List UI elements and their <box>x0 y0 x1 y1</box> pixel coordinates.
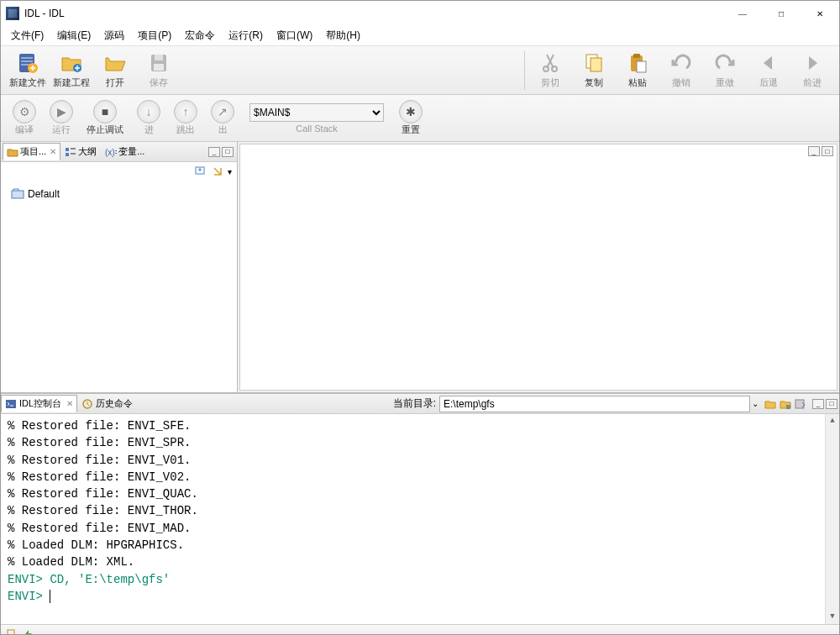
forward-button[interactable]: 前进 <box>790 50 834 91</box>
editor-minimize-icon[interactable]: _ <box>808 146 820 156</box>
menu-file[interactable]: 文件(F) <box>4 27 50 45</box>
tab-variables[interactable]: (x)= 变量... <box>101 143 149 160</box>
panel-maximize-icon[interactable]: □ <box>222 147 234 157</box>
svg-rect-24 <box>8 630 14 636</box>
save-label: 保存 <box>150 76 168 89</box>
statusbar <box>1 624 839 635</box>
console-line: % Restored file: ENVI_QUAC. <box>8 485 832 502</box>
back-icon <box>757 51 780 75</box>
menu-help[interactable]: 帮助(H) <box>319 27 367 45</box>
tab-console-close-icon[interactable]: ✕ <box>66 399 73 408</box>
console-minimize-icon[interactable]: _ <box>812 399 824 409</box>
menu-source[interactable]: 源码 <box>97 27 131 45</box>
redo-button[interactable]: 重做 <box>703 50 747 91</box>
stop-icon: ■ <box>93 100 117 123</box>
view-menu-icon[interactable]: ▾ <box>228 167 232 176</box>
run-button[interactable]: ▶ 运行 <box>43 98 80 138</box>
menu-macros[interactable]: 宏命令 <box>178 27 222 45</box>
step-over-button[interactable]: ↗ 出 <box>204 98 241 138</box>
sync-folder-icon[interactable] <box>794 397 807 411</box>
cut-button[interactable]: 剪切 <box>528 50 572 91</box>
current-dir-input[interactable] <box>439 396 750 412</box>
svg-rect-22 <box>786 405 790 409</box>
status-icon-1[interactable] <box>6 628 18 636</box>
outline-icon <box>65 146 76 158</box>
paste-label: 粘贴 <box>628 76 647 89</box>
close-button[interactable]: ✕ <box>801 1 839 26</box>
tab-console[interactable]: IDL控制台 ✕ <box>1 395 77 412</box>
panel-minimize-icon[interactable]: _ <box>208 147 220 157</box>
console-output[interactable]: % Restored file: ENVI_SFE.% Restored fil… <box>1 414 839 624</box>
maximize-button[interactable]: □ <box>762 1 801 26</box>
main-toolbar: 新建文件 新建工程 打开 保存 剪切 复制 粘贴 <box>1 46 839 95</box>
cut-icon <box>538 51 562 75</box>
compile-button[interactable]: ⚙ 编译 <box>6 98 43 138</box>
dir-dropdown-icon[interactable]: ⌄ <box>750 399 760 408</box>
tree-root-item[interactable]: Default <box>9 186 228 202</box>
bottom-panel-header: IDL控制台 ✕ 历史命令 当前目录: ⌄ _ □ <box>1 394 839 414</box>
link-editor-icon[interactable] <box>211 165 224 178</box>
console-line: % Loaded DLM: HPGRAPHICS. <box>8 537 832 554</box>
paste-button[interactable]: 粘贴 <box>616 50 659 91</box>
console-line: % Restored file: ENVI_SFE. <box>8 417 832 434</box>
open-button[interactable]: 打开 <box>93 50 137 91</box>
console-cursor <box>50 590 57 603</box>
menu-window[interactable]: 窗口(W) <box>270 27 319 45</box>
stop-debug-button[interactable]: ■ 停止调试 <box>80 98 130 138</box>
call-stack-select[interactable]: $MAIN$ <box>249 103 384 122</box>
console-icon <box>5 398 17 410</box>
new-file-icon <box>16 51 39 75</box>
copy-button[interactable]: 复制 <box>572 50 616 91</box>
scroll-up-icon[interactable]: ▲ <box>826 414 839 428</box>
tab-project[interactable]: 项目... ✕ <box>3 143 60 160</box>
console-prompt-command: ENVI> CD, 'E:\temp\gfs' <box>8 571 832 588</box>
console-scrollbar[interactable]: ▲ ▼ <box>825 414 839 624</box>
browse-folder-icon[interactable] <box>764 397 777 411</box>
svg-rect-20 <box>6 400 16 408</box>
svg-rect-14 <box>66 153 69 156</box>
play-icon: ▶ <box>50 100 73 123</box>
scroll-down-icon[interactable]: ▼ <box>826 610 839 624</box>
svg-rect-5 <box>154 64 164 71</box>
tab-history[interactable]: 历史命令 <box>77 395 137 412</box>
menu-run[interactable]: 运行(R) <box>222 27 270 45</box>
left-panel: 项目... ✕ 大纲 (x)= 变量... _ □ ▾ De <box>1 142 238 392</box>
minimize-button[interactable]: — <box>723 1 762 26</box>
debug-toolbar: ⚙ 编译 ▶ 运行 ■ 停止调试 ↓ 进 ↑ 跳出 ↗ 出 $MAIN$ Cal… <box>1 95 839 142</box>
new-project-icon <box>60 51 83 75</box>
project-icon <box>11 187 24 201</box>
tab-outline[interactable]: 大纲 <box>60 143 101 160</box>
back-label: 后退 <box>759 76 778 89</box>
current-dir-label: 当前目录: <box>393 396 439 411</box>
svg-text:(x)=: (x)= <box>105 148 117 157</box>
forward-icon <box>801 51 824 75</box>
menu-edit[interactable]: 编辑(E) <box>50 27 97 45</box>
gear-icon: ⚙ <box>13 100 36 123</box>
call-stack-group: $MAIN$ Call Stack <box>249 103 384 134</box>
console-maximize-icon[interactable]: □ <box>826 399 837 409</box>
reset-button[interactable]: ✱ 重置 <box>392 98 429 138</box>
step-over-icon: ↗ <box>211 100 234 123</box>
new-file-button[interactable]: 新建文件 <box>6 50 50 91</box>
status-icon-2[interactable] <box>23 628 34 636</box>
console-line: % Restored file: ENVI_V01. <box>8 452 832 469</box>
console-line: % Restored file: ENVI_THOR. <box>8 502 832 519</box>
tab-close-icon[interactable]: ✕ <box>50 147 56 156</box>
svg-rect-4 <box>155 55 163 60</box>
menubar: 文件(F) 编辑(E) 源码 项目(P) 宏命令 运行(R) 窗口(W) 帮助(… <box>1 26 839 46</box>
open-label: 打开 <box>106 76 124 89</box>
collapse-all-icon[interactable] <box>194 165 207 178</box>
back-button[interactable]: 后退 <box>747 50 790 91</box>
step-out-button[interactable]: ↑ 跳出 <box>167 98 204 138</box>
tab-console-label: IDL控制台 <box>19 397 61 410</box>
editor-maximize-icon[interactable]: □ <box>822 146 833 156</box>
save-button[interactable]: 保存 <box>137 50 181 91</box>
menu-project[interactable]: 项目(P) <box>131 27 178 45</box>
undo-button[interactable]: 撤销 <box>659 50 703 91</box>
new-project-button[interactable]: 新建工程 <box>50 50 93 91</box>
console-line: % Restored file: ENVI_V02. <box>8 469 832 485</box>
step-in-button[interactable]: ↓ 进 <box>130 98 167 138</box>
step-in-icon: ↓ <box>137 100 160 123</box>
lock-folder-icon[interactable] <box>779 397 792 411</box>
tab-outline-label: 大纲 <box>78 145 97 158</box>
